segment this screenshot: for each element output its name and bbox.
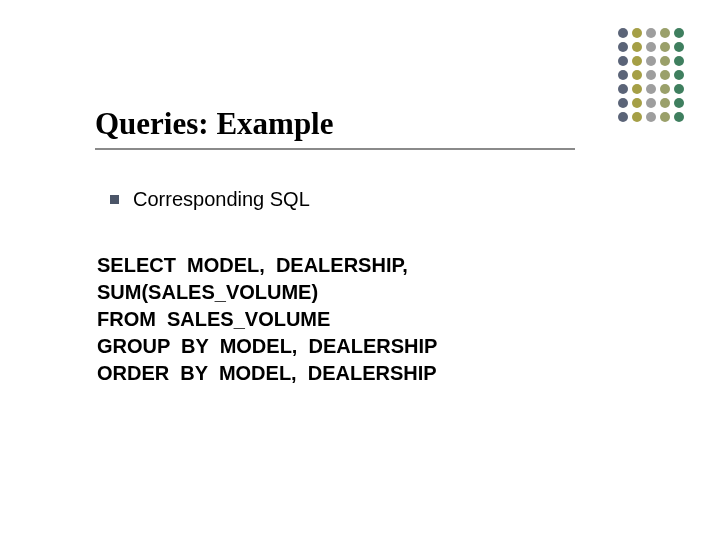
slide-title: Queries: Example (95, 106, 595, 146)
dot-icon (674, 42, 684, 52)
title-underline (95, 148, 575, 150)
dot-icon (618, 42, 628, 52)
dot-icon (646, 28, 656, 38)
dot-icon (618, 56, 628, 66)
dot-icon (660, 42, 670, 52)
dot-icon (660, 56, 670, 66)
dot-icon (674, 56, 684, 66)
dot-icon (632, 28, 642, 38)
dot-icon (660, 84, 670, 94)
square-bullet-icon (110, 195, 119, 204)
dot-icon (618, 70, 628, 80)
dot-icon (632, 56, 642, 66)
dot-icon (660, 70, 670, 80)
dot-icon (660, 98, 670, 108)
slide: Queries: Example Corresponding SQL SELEC… (0, 0, 720, 540)
dot-icon (646, 84, 656, 94)
dot-icon (632, 98, 642, 108)
dot-icon (632, 112, 642, 122)
dot-icon (660, 112, 670, 122)
dot-icon (632, 84, 642, 94)
dot-icon (646, 70, 656, 80)
dot-icon (660, 28, 670, 38)
dot-icon (632, 70, 642, 80)
dot-icon (674, 84, 684, 94)
bullet-text: Corresponding SQL (133, 188, 310, 211)
dot-icon (618, 84, 628, 94)
dot-icon (646, 42, 656, 52)
decor-dot-grid (618, 28, 686, 124)
bullet-item: Corresponding SQL (110, 188, 310, 211)
dot-icon (646, 112, 656, 122)
title-block: Queries: Example (95, 106, 595, 150)
dot-icon (674, 112, 684, 122)
dot-icon (646, 56, 656, 66)
dot-icon (618, 112, 628, 122)
dot-icon (646, 98, 656, 108)
sql-code-block: SELECT MODEL, DEALERSHIP, SUM(SALES_VOLU… (97, 252, 437, 387)
dot-icon (618, 28, 628, 38)
dot-icon (618, 98, 628, 108)
dot-icon (674, 98, 684, 108)
dot-icon (674, 70, 684, 80)
dot-icon (674, 28, 684, 38)
dot-icon (632, 42, 642, 52)
